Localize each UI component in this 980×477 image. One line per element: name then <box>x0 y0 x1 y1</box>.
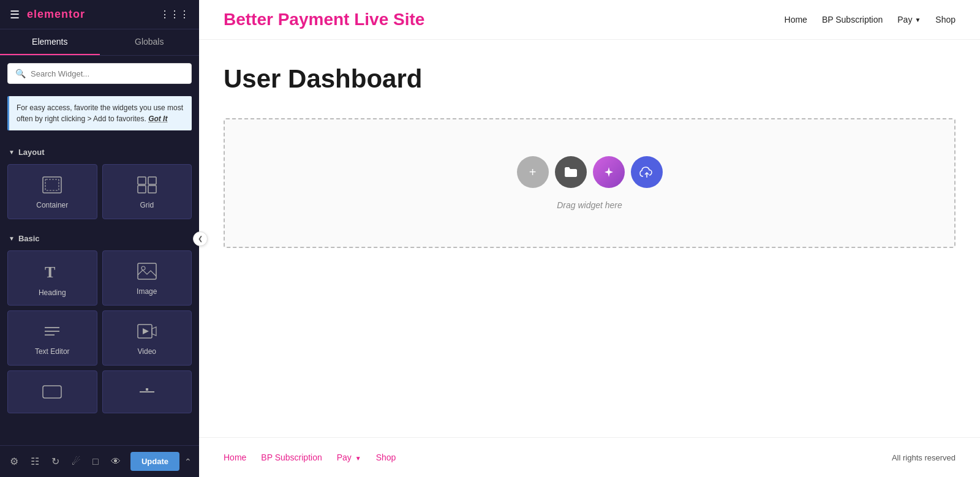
tab-elements[interactable]: Elements <box>0 29 100 55</box>
layers-icon[interactable]: ☷ <box>26 451 44 472</box>
tip-got-it[interactable]: Got It <box>148 115 167 123</box>
site-footer: Home BP Subscription Pay ▼ Shop All righ… <box>199 437 980 477</box>
svg-marker-13 <box>143 328 149 334</box>
footer-nav-pay[interactable]: Pay ▼ <box>337 453 361 462</box>
svg-rect-14 <box>43 386 61 398</box>
ai-button[interactable] <box>593 156 625 188</box>
elementor-logo: elementor <box>27 8 85 21</box>
footer-nav-bp-subscription[interactable]: BP Subscription <box>261 453 322 462</box>
layout-section: ▼ Layout Container <box>0 143 199 224</box>
heading-label: Heading <box>39 288 66 297</box>
panel-header: ☰ elementor ⋮⋮⋮ <box>0 0 199 29</box>
layout-section-label: Layout <box>18 148 45 157</box>
footer-nav: Home BP Subscription Pay ▼ Shop <box>224 453 396 462</box>
navigator-icon[interactable]: □ <box>88 451 104 472</box>
basic-section-header[interactable]: ▼ Basic <box>0 229 199 248</box>
left-panel: ☰ elementor ⋮⋮⋮ Elements Globals 🔍 For e… <box>0 0 199 477</box>
site-logo: Better Payment Live Site <box>224 10 424 29</box>
nav-bp-subscription[interactable]: BP Subscription <box>822 15 883 24</box>
basic-arrow-icon: ▼ <box>9 235 15 242</box>
basic-section: ▼ Basic T Heading <box>0 229 199 418</box>
drop-zone-buttons: + <box>517 156 663 188</box>
nav-pay-dropdown-icon: ▼ <box>914 17 921 23</box>
widget-grid[interactable]: Grid <box>102 164 192 219</box>
panel-content: ▼ Layout Container <box>0 138 199 445</box>
grid-icon[interactable]: ⋮⋮⋮ <box>160 9 189 20</box>
svg-rect-3 <box>148 177 156 184</box>
tip-box: For easy access, favorite the widgets yo… <box>7 96 192 130</box>
panel-collapse-handle[interactable]: ❮ <box>193 231 208 246</box>
grid-label: Grid <box>140 201 154 209</box>
hamburger-icon[interactable]: ☰ <box>10 8 20 21</box>
chevron-up-icon[interactable]: ⌃ <box>182 452 194 471</box>
svg-rect-2 <box>138 177 146 184</box>
image-label: Image <box>137 287 157 296</box>
nav-shop[interactable]: Shop <box>935 15 956 24</box>
search-icon: 🔍 <box>15 69 26 78</box>
image-icon <box>137 263 157 282</box>
nav-home[interactable]: Home <box>785 15 807 24</box>
settings-icon[interactable]: ⚙ <box>5 451 23 472</box>
footer-rights: All rights reserved <box>892 453 956 462</box>
footer-nav-pay-dropdown-icon: ▼ <box>355 455 361 462</box>
svg-rect-4 <box>138 186 146 193</box>
svg-rect-7 <box>138 263 156 279</box>
layout-widget-grid: Container Grid <box>0 162 199 224</box>
nav-pay[interactable]: Pay ▼ <box>897 15 921 24</box>
text-editor-icon <box>42 323 62 342</box>
widget-text-editor[interactable]: Text Editor <box>7 310 97 366</box>
divider-icon <box>137 385 157 401</box>
basic-widget-grid: T Heading <box>0 248 199 418</box>
footer-nav-home[interactable]: Home <box>224 453 246 462</box>
search-box: 🔍 <box>7 63 192 84</box>
grid-widget-icon <box>137 176 157 196</box>
video-label: Video <box>138 347 156 356</box>
video-icon <box>137 323 157 342</box>
widget-container[interactable]: Container <box>7 164 97 219</box>
svg-rect-1 <box>45 179 59 190</box>
layout-section-header[interactable]: ▼ Layout <box>0 143 199 162</box>
widget-image[interactable]: Image <box>102 250 192 306</box>
drop-zone[interactable]: + <box>224 118 956 248</box>
main-content: Better Payment Live Site Home BP Subscri… <box>199 0 980 477</box>
responsive-icon[interactable]: ☄ <box>67 451 85 472</box>
nav-pay-label: Pay <box>897 15 912 24</box>
footer-nav-pay-label: Pay <box>337 453 352 462</box>
layout-arrow-icon: ▼ <box>9 149 15 156</box>
footer-nav-shop[interactable]: Shop <box>376 453 396 462</box>
site-header: Better Payment Live Site Home BP Subscri… <box>199 0 980 40</box>
preview-icon[interactable]: 👁 <box>106 451 126 472</box>
update-button[interactable]: Update <box>130 452 179 471</box>
cloud-button[interactable] <box>631 156 663 188</box>
text-editor-label: Text Editor <box>35 347 70 356</box>
tab-globals[interactable]: Globals <box>100 29 200 55</box>
folder-button[interactable] <box>555 156 587 188</box>
svg-point-8 <box>141 266 145 270</box>
container-label: Container <box>36 201 68 209</box>
add-element-button[interactable]: + <box>517 156 549 188</box>
search-container: 🔍 <box>0 56 199 91</box>
history-icon[interactable]: ↻ <box>47 451 64 472</box>
widget-divider[interactable] <box>102 370 192 413</box>
container-icon <box>42 176 62 196</box>
widget-heading[interactable]: T Heading <box>7 250 97 306</box>
page-title: User Dashboard <box>224 64 956 94</box>
svg-marker-16 <box>146 388 148 391</box>
basic-section-label: Basic <box>18 234 40 243</box>
button-icon <box>42 385 62 401</box>
page-body: User Dashboard + <box>199 40 980 437</box>
heading-icon: T <box>42 261 62 284</box>
search-input[interactable] <box>31 69 184 78</box>
drop-zone-text: Drag widget here <box>557 200 622 210</box>
site-nav: Home BP Subscription Pay ▼ Shop <box>785 15 956 24</box>
panel-header-left: ☰ elementor <box>10 8 85 21</box>
widget-video[interactable]: Video <box>102 310 192 366</box>
panel-tabs: Elements Globals <box>0 29 199 56</box>
svg-rect-5 <box>148 186 156 193</box>
widget-button[interactable] <box>7 370 97 413</box>
panel-bottom-toolbar: ⚙ ☷ ↻ ☄ □ 👁 Update ⌃ <box>0 445 199 477</box>
svg-text:T: T <box>45 263 55 281</box>
